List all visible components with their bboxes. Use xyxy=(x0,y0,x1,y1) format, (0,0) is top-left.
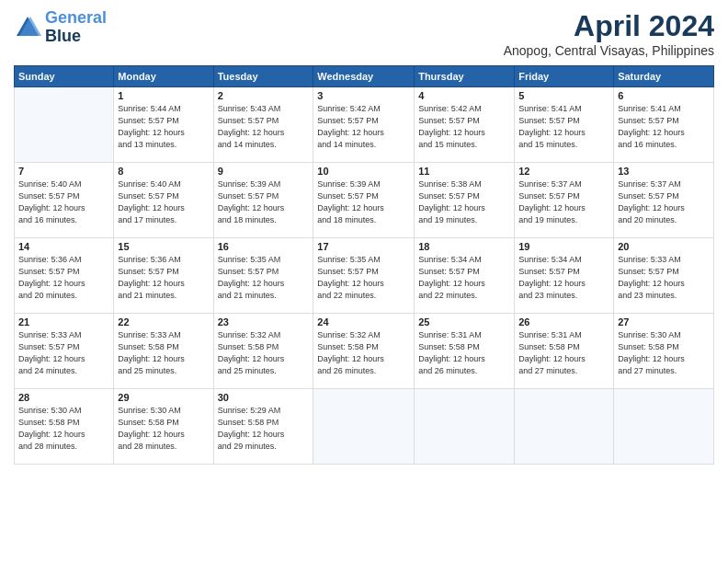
column-header-sunday: Sunday xyxy=(15,66,114,87)
day-number: 6 xyxy=(618,90,710,101)
day-number: 19 xyxy=(518,241,609,252)
day-number: 25 xyxy=(418,316,510,327)
day-info: Sunrise: 5:30 AM Sunset: 5:58 PM Dayligh… xyxy=(618,329,710,377)
calendar-cell: 3Sunrise: 5:42 AM Sunset: 5:57 PM Daylig… xyxy=(313,87,415,163)
day-number: 23 xyxy=(218,316,310,327)
calendar-cell xyxy=(515,389,614,465)
day-info: Sunrise: 5:40 AM Sunset: 5:57 PM Dayligh… xyxy=(18,178,109,226)
day-number: 24 xyxy=(317,316,410,327)
day-info: Sunrise: 5:34 AM Sunset: 5:57 PM Dayligh… xyxy=(418,254,510,302)
calendar-cell: 6Sunrise: 5:41 AM Sunset: 5:57 PM Daylig… xyxy=(614,87,714,163)
calendar-cell: 23Sunrise: 5:32 AM Sunset: 5:58 PM Dayli… xyxy=(213,314,313,389)
day-info: Sunrise: 5:35 AM Sunset: 5:57 PM Dayligh… xyxy=(317,254,410,302)
week-row-4: 21Sunrise: 5:33 AM Sunset: 5:57 PM Dayli… xyxy=(15,314,714,389)
day-info: Sunrise: 5:31 AM Sunset: 5:58 PM Dayligh… xyxy=(418,329,510,377)
day-info: Sunrise: 5:30 AM Sunset: 5:58 PM Dayligh… xyxy=(118,405,209,453)
calendar-cell: 9Sunrise: 5:39 AM Sunset: 5:57 PM Daylig… xyxy=(213,163,313,238)
day-number: 4 xyxy=(418,90,510,101)
calendar-cell: 26Sunrise: 5:31 AM Sunset: 5:58 PM Dayli… xyxy=(515,314,614,389)
calendar-cell: 2Sunrise: 5:43 AM Sunset: 5:57 PM Daylig… xyxy=(213,87,313,163)
day-number: 16 xyxy=(218,241,310,252)
calendar-cell xyxy=(614,389,714,465)
day-number: 12 xyxy=(518,166,609,177)
calendar-cell: 19Sunrise: 5:34 AM Sunset: 5:57 PM Dayli… xyxy=(515,238,614,314)
day-number: 21 xyxy=(18,316,109,327)
day-info: Sunrise: 5:42 AM Sunset: 5:57 PM Dayligh… xyxy=(418,103,510,151)
day-info: Sunrise: 5:42 AM Sunset: 5:57 PM Dayligh… xyxy=(317,103,410,151)
calendar-cell: 10Sunrise: 5:39 AM Sunset: 5:57 PM Dayli… xyxy=(313,163,415,238)
calendar-cell: 21Sunrise: 5:33 AM Sunset: 5:57 PM Dayli… xyxy=(15,314,114,389)
calendar-cell: 25Sunrise: 5:31 AM Sunset: 5:58 PM Dayli… xyxy=(415,314,515,389)
day-info: Sunrise: 5:39 AM Sunset: 5:57 PM Dayligh… xyxy=(218,178,310,226)
day-info: Sunrise: 5:33 AM Sunset: 5:58 PM Dayligh… xyxy=(118,329,209,377)
calendar-cell: 5Sunrise: 5:41 AM Sunset: 5:57 PM Daylig… xyxy=(515,87,614,163)
day-info: Sunrise: 5:34 AM Sunset: 5:57 PM Dayligh… xyxy=(518,254,609,302)
logo-icon xyxy=(14,14,41,41)
week-row-2: 7Sunrise: 5:40 AM Sunset: 5:57 PM Daylig… xyxy=(15,163,714,238)
calendar-cell: 12Sunrise: 5:37 AM Sunset: 5:57 PM Dayli… xyxy=(515,163,614,238)
day-info: Sunrise: 5:40 AM Sunset: 5:57 PM Dayligh… xyxy=(118,178,209,226)
day-info: Sunrise: 5:36 AM Sunset: 5:57 PM Dayligh… xyxy=(118,254,209,302)
calendar-cell: 18Sunrise: 5:34 AM Sunset: 5:57 PM Dayli… xyxy=(415,238,515,314)
calendar-cell: 20Sunrise: 5:33 AM Sunset: 5:57 PM Dayli… xyxy=(614,238,714,314)
day-info: Sunrise: 5:31 AM Sunset: 5:58 PM Dayligh… xyxy=(518,329,609,377)
subtitle: Anopog, Central Visayas, Philippines xyxy=(504,43,714,58)
day-number: 8 xyxy=(118,166,209,177)
calendar-cell: 4Sunrise: 5:42 AM Sunset: 5:57 PM Daylig… xyxy=(415,87,515,163)
calendar-cell xyxy=(313,389,415,465)
calendar-cell: 1Sunrise: 5:44 AM Sunset: 5:57 PM Daylig… xyxy=(114,87,213,163)
calendar-cell: 14Sunrise: 5:36 AM Sunset: 5:57 PM Dayli… xyxy=(15,238,114,314)
calendar-cell: 30Sunrise: 5:29 AM Sunset: 5:58 PM Dayli… xyxy=(213,389,313,465)
day-info: Sunrise: 5:38 AM Sunset: 5:57 PM Dayligh… xyxy=(418,178,510,226)
calendar-cell: 8Sunrise: 5:40 AM Sunset: 5:57 PM Daylig… xyxy=(114,163,213,238)
day-number: 30 xyxy=(218,392,310,403)
calendar-cell: 13Sunrise: 5:37 AM Sunset: 5:57 PM Dayli… xyxy=(614,163,714,238)
day-number: 27 xyxy=(618,316,710,327)
day-number: 22 xyxy=(118,316,209,327)
day-number: 9 xyxy=(218,166,310,177)
day-number: 13 xyxy=(618,166,710,177)
day-info: Sunrise: 5:33 AM Sunset: 5:57 PM Dayligh… xyxy=(18,329,109,377)
day-info: Sunrise: 5:35 AM Sunset: 5:57 PM Dayligh… xyxy=(218,254,310,302)
calendar-cell: 27Sunrise: 5:30 AM Sunset: 5:58 PM Dayli… xyxy=(614,314,714,389)
day-number: 15 xyxy=(118,241,209,252)
day-info: Sunrise: 5:37 AM Sunset: 5:57 PM Dayligh… xyxy=(618,178,710,226)
day-number: 3 xyxy=(317,90,410,101)
day-info: Sunrise: 5:37 AM Sunset: 5:57 PM Dayligh… xyxy=(518,178,609,226)
day-info: Sunrise: 5:29 AM Sunset: 5:58 PM Dayligh… xyxy=(218,405,310,453)
column-header-thursday: Thursday xyxy=(415,66,515,87)
day-info: Sunrise: 5:30 AM Sunset: 5:58 PM Dayligh… xyxy=(18,405,109,453)
calendar-cell: 29Sunrise: 5:30 AM Sunset: 5:58 PM Dayli… xyxy=(114,389,213,465)
calendar-cell: 15Sunrise: 5:36 AM Sunset: 5:57 PM Dayli… xyxy=(114,238,213,314)
day-number: 18 xyxy=(418,241,510,252)
day-info: Sunrise: 5:33 AM Sunset: 5:57 PM Dayligh… xyxy=(618,254,710,302)
day-info: Sunrise: 5:32 AM Sunset: 5:58 PM Dayligh… xyxy=(317,329,410,377)
calendar-cell: 24Sunrise: 5:32 AM Sunset: 5:58 PM Dayli… xyxy=(313,314,415,389)
calendar: SundayMondayTuesdayWednesdayThursdayFrid… xyxy=(14,65,714,465)
day-info: Sunrise: 5:43 AM Sunset: 5:57 PM Dayligh… xyxy=(218,103,310,151)
day-number: 26 xyxy=(518,316,609,327)
month-title: April 2024 xyxy=(504,9,714,43)
page: General Blue April 2024 Anopog, Central … xyxy=(0,0,728,563)
calendar-cell: 22Sunrise: 5:33 AM Sunset: 5:58 PM Dayli… xyxy=(114,314,213,389)
header: General Blue April 2024 Anopog, Central … xyxy=(14,9,714,58)
day-info: Sunrise: 5:39 AM Sunset: 5:57 PM Dayligh… xyxy=(317,178,410,226)
day-info: Sunrise: 5:41 AM Sunset: 5:57 PM Dayligh… xyxy=(618,103,710,151)
day-info: Sunrise: 5:44 AM Sunset: 5:57 PM Dayligh… xyxy=(118,103,209,151)
column-header-friday: Friday xyxy=(515,66,614,87)
day-number: 10 xyxy=(317,166,410,177)
calendar-header-row: SundayMondayTuesdayWednesdayThursdayFrid… xyxy=(15,66,714,87)
column-header-monday: Monday xyxy=(114,66,213,87)
logo: General Blue xyxy=(14,9,107,46)
week-row-5: 28Sunrise: 5:30 AM Sunset: 5:58 PM Dayli… xyxy=(15,389,714,465)
day-number: 17 xyxy=(317,241,410,252)
day-number: 14 xyxy=(18,241,109,252)
calendar-cell: 11Sunrise: 5:38 AM Sunset: 5:57 PM Dayli… xyxy=(415,163,515,238)
calendar-cell: 7Sunrise: 5:40 AM Sunset: 5:57 PM Daylig… xyxy=(15,163,114,238)
day-number: 2 xyxy=(218,90,310,101)
calendar-cell: 17Sunrise: 5:35 AM Sunset: 5:57 PM Dayli… xyxy=(313,238,415,314)
column-header-wednesday: Wednesday xyxy=(313,66,415,87)
day-info: Sunrise: 5:36 AM Sunset: 5:57 PM Dayligh… xyxy=(18,254,109,302)
calendar-cell xyxy=(15,87,114,163)
week-row-3: 14Sunrise: 5:36 AM Sunset: 5:57 PM Dayli… xyxy=(15,238,714,314)
